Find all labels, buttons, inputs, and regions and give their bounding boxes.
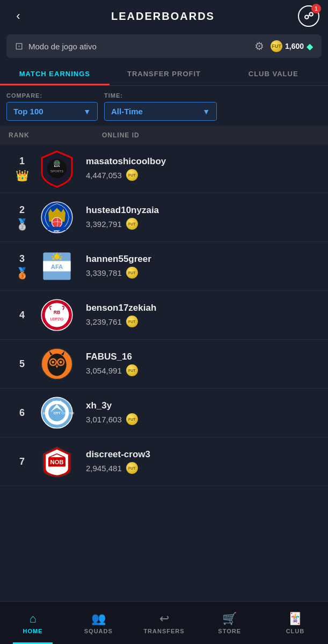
list-item[interactable]: 3 🥉 AFA ★ ★ hannen55greer [0,242,328,291]
time-filter-group: TIME: All-Time ▼ [104,92,217,121]
player-name: hannen55greer [86,254,319,265]
nav-transfers[interactable]: ↩ TRANSFERS [131,602,196,644]
settings-icon[interactable]: ⚙ [254,40,264,53]
time-chevron-icon: ▼ [202,107,210,116]
rank-cell: 2 🥈 [9,204,35,231]
time-select[interactable]: All-Time ▼ [104,102,217,121]
page-title: LEADERBOARDS [28,10,298,23]
header: ‹ LEADERBOARDS ☍ 1 [0,0,328,32]
player-score: 2,945,481 FUT [86,462,319,474]
svg-text:AFA: AFA [51,264,63,270]
svg-text:RSC: RSC [54,230,60,233]
crown-icon: 👑 [16,169,29,182]
list-item[interactable]: 6 ★ ★ ★ CITY MAN CHESTER xh_3y 3,017,603 [0,389,328,437]
svg-point-3 [54,160,60,166]
list-item[interactable]: 2 🥈 RSC hustead10nyzaia 3,392,7 [0,193,328,242]
diamond-icon: ◆ [307,41,313,52]
svg-point-32 [60,361,62,363]
time-label: TIME: [104,92,217,99]
nav-store[interactable]: 🛒 STORE [197,602,263,644]
svg-text:CITY: CITY [54,412,61,415]
fut-badge: FUT [126,169,138,181]
compare-filter-group: COMPARE: Top 100 ▼ [6,92,98,121]
fut-badge: FUT [126,462,138,474]
fut-badge: FUT [126,413,138,425]
player-score: 3,339,781 FUT [86,267,319,279]
svg-text:NOB: NOB [50,459,64,465]
tab-club-value[interactable]: CLUB VALUE [218,62,328,85]
transfers-icon: ↩ [159,612,169,626]
tab-transfer-profit[interactable]: TRANSFER PROFIT [110,62,219,85]
fut-badge: FUT [126,364,138,376]
fut-badge: FUT [126,316,138,327]
list-item[interactable]: 1 👑 EA SPORTS [0,144,328,193]
notification-badge: 1 [311,4,321,13]
svg-point-31 [52,361,54,363]
club-emblem-7: NOB [35,443,78,480]
player-score: 3,392,791 FUT [86,218,319,230]
leaderboard-list: 1 👑 EA SPORTS [0,144,328,486]
svg-text:★ ★ ★: ★ ★ ★ [52,400,62,403]
player-name: hustead10nyzaia [86,205,319,216]
player-info: FABUS_16 3,054,991 FUT [86,352,319,376]
gamepad-icon: ⊡ [15,40,23,52]
player-name: benson17zekiah [86,303,319,313]
club-emblem-2: RSC [35,199,78,236]
svg-point-7 [52,217,62,228]
player-score: 4,447,053 FUT [86,169,319,181]
player-score: 3,017,603 FUT [86,413,319,425]
notification-icon[interactable]: ☍ 1 [298,5,319,27]
rank-cell: 6 [9,407,35,419]
silver-medal-icon: 🥈 [16,218,29,231]
player-score: 3,239,761 FUT [86,316,319,327]
table-header: RANK ONLINE ID [0,126,328,144]
back-button[interactable]: ‹ [9,9,28,23]
fut-badge: FUT [126,267,138,279]
nav-home-label: HOME [23,628,43,634]
player-name: discreet-crow3 [86,449,319,460]
player-name: xh_3y [86,400,319,411]
fut-badge: FUT [126,218,138,230]
svg-text:MAN: MAN [43,412,49,415]
player-name: masatoshicoolboy [86,156,319,167]
filter-row: COMPARE: Top 100 ▼ TIME: All-Time ▼ [0,86,328,126]
club-emblem-6: ★ ★ ★ CITY MAN CHESTER [35,394,78,431]
time-value: All-Time [111,107,143,116]
nav-club-label: CLUB [286,628,305,634]
game-mode-bar[interactable]: ⊡ Modo de jogo ativo ⚙ FUT 1,600 ◆ [6,34,322,58]
game-mode-left: ⊡ Modo de jogo ativo [15,40,97,52]
game-mode-text: Modo de jogo ativo [28,42,97,51]
list-item[interactable]: 7 NOB discreet-crow3 2,945,481 FUT [0,437,328,486]
game-mode-right: ⚙ FUT 1,600 ◆ [254,40,313,53]
svg-text:LEIPZIG: LEIPZIG [50,317,64,321]
nav-store-label: STORE [218,628,241,634]
compare-chevron-icon: ▼ [83,107,91,116]
player-info: discreet-crow3 2,945,481 FUT [86,449,319,474]
rank-cell: 7 [9,456,35,467]
compare-value: Top 100 [13,107,43,116]
compare-select[interactable]: Top 100 ▼ [6,102,98,121]
rank-cell: 3 🥉 [9,253,35,280]
home-icon: ⌂ [29,612,36,626]
coins-display: FUT 1,600 ◆ [271,40,313,52]
nav-home[interactable]: ⌂ HOME [0,602,65,644]
list-item[interactable]: 4 RB LEIPZIG benson17zekiah 3,239,761 FU… [0,291,328,340]
svg-point-5 [58,162,60,164]
rank-cell: 4 [9,310,35,321]
player-name: FABUS_16 [86,352,319,362]
club-emblem-3: AFA ★ ★ [35,247,78,285]
tab-match-earnings[interactable]: MATCH EARNINGS [0,62,110,85]
nav-squads[interactable]: 👥 SQUADS [65,602,131,644]
player-score: 3,054,991 FUT [86,364,319,376]
nav-squads-label: SQUADS [84,628,113,634]
club-emblem-1: EA SPORTS [35,150,78,187]
nav-club[interactable]: 🃏 CLUB [263,602,328,644]
player-info: masatoshicoolboy 4,447,053 FUT [86,156,319,181]
tabs-bar: MATCH EARNINGS TRANSFER PROFIT CLUB VALU… [0,62,328,86]
list-item[interactable]: 5 FABUS_16 [0,340,328,389]
svg-point-15 [54,254,60,260]
coins-amount: 1,600 [285,42,304,50]
svg-text:SPORTS: SPORTS [50,170,64,173]
bottom-navigation: ⌂ HOME 👥 SQUADS ↩ TRANSFERS 🛒 STORE 🃏 CL… [0,601,328,644]
online-id-column-header: ONLINE ID [102,131,140,139]
